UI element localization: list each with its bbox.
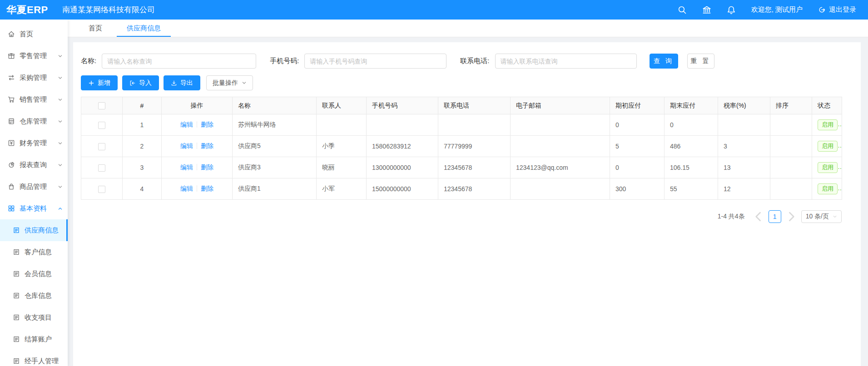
cell-end: 486 [665, 136, 718, 157]
cell-index: 4 [123, 178, 162, 200]
doc-icon [13, 357, 20, 365]
chevron-down-icon [58, 119, 63, 124]
search-input-2[interactable] [304, 54, 446, 69]
reset-button[interactable]: 重 置 [687, 54, 714, 69]
pagination-prev-button[interactable] [752, 210, 765, 223]
row-checkbox[interactable] [98, 122, 105, 129]
delete-link[interactable]: 删除 [201, 163, 213, 171]
tab-首页[interactable]: 首页 [79, 20, 112, 37]
cell-email [511, 136, 610, 157]
cell-contact [317, 114, 367, 136]
chevron-down-icon [58, 97, 63, 102]
import-button-label: 导入 [139, 79, 152, 87]
search-input-3[interactable] [495, 54, 637, 69]
doc-icon [13, 292, 20, 299]
page-size-select[interactable]: 10 条/页 [801, 210, 842, 223]
logout-label: 退出登录 [829, 5, 856, 14]
cell-tel: 12345678 [438, 178, 511, 200]
bank-icon[interactable] [702, 5, 711, 15]
sidebar-item-label: 零售管理 [20, 52, 47, 60]
sidebar-item-首页[interactable]: 首页 [0, 23, 68, 45]
sidebar-item-零售管理[interactable]: 零售管理 [0, 45, 68, 67]
cell-tel: 77779999 [438, 136, 511, 157]
cell-email [511, 114, 610, 136]
import-icon [129, 80, 136, 86]
sidebar-item-label: 采购管理 [20, 74, 47, 82]
edit-link[interactable]: 编辑 [180, 142, 193, 149]
add-button[interactable]: 新增 [81, 75, 118, 90]
pagination-page-1[interactable]: 1 [769, 210, 781, 223]
cell-tax: 12 [718, 178, 770, 200]
app-logo[interactable]: 华夏ERP [0, 3, 56, 17]
cell-name: 供应商1 [233, 178, 317, 200]
sidebar-item-收支项目[interactable]: 收支项目 [0, 307, 68, 328]
sidebar-item-会员信息[interactable]: 会员信息 [0, 263, 68, 285]
sidebar-item-报表查询[interactable]: 报表查询 [0, 154, 68, 176]
sidebar-item-仓库管理[interactable]: 仓库管理 [0, 110, 68, 132]
search-form: 名称:手机号码:联系电话:查 询重 置 [81, 54, 853, 69]
delete-link[interactable]: 删除 [201, 142, 213, 149]
edit-link[interactable]: 编辑 [180, 185, 193, 192]
row-checkbox[interactable] [98, 164, 105, 172]
pie-icon [8, 161, 15, 168]
sidebar-item-客户信息[interactable]: 客户信息 [0, 241, 68, 263]
cell-sort [770, 114, 812, 136]
cell-email [511, 178, 610, 200]
column-header-期末应付: 期末应付 [665, 97, 718, 114]
table-row: 1编辑删除苏州蜗牛网络00启用 [81, 114, 842, 136]
tab-bar: 首页供应商信息 [68, 20, 868, 37]
chevron-right-icon [785, 210, 798, 223]
cell-actions: 编辑删除 [162, 114, 233, 136]
chevron-down-icon [242, 80, 247, 85]
edit-link[interactable]: 编辑 [180, 163, 193, 171]
search-icon[interactable] [678, 5, 687, 15]
action-toolbar: 新增 导入 导出 批量操作 [81, 75, 853, 90]
sidebar-item-财务管理[interactable]: 财务管理 [0, 132, 68, 154]
sidebar-item-经手人管理[interactable]: 经手人管理 [0, 350, 68, 366]
sidebar-item-仓库信息[interactable]: 仓库信息 [0, 285, 68, 307]
tab-供应商信息[interactable]: 供应商信息 [117, 20, 171, 37]
import-button[interactable]: 导入 [122, 75, 159, 90]
top-right-actions: 欢迎您, 测试用户 退出登录 [678, 5, 868, 15]
home-icon [8, 30, 15, 38]
search-input-1[interactable] [102, 54, 256, 69]
delete-link[interactable]: 删除 [201, 121, 213, 128]
welcome-user[interactable]: 欢迎您, 测试用户 [751, 5, 803, 14]
sidebar-item-销售管理[interactable]: 销售管理 [0, 89, 68, 110]
sidebar-item-label: 供应商信息 [25, 226, 59, 235]
logout-button[interactable]: 退出登录 [818, 5, 856, 14]
chevron-down-icon [58, 163, 63, 168]
query-button[interactable]: 查 询 [650, 54, 678, 69]
column-header-手机号码: 手机号码 [367, 97, 438, 114]
sidebar-item-采购管理[interactable]: 采购管理 [0, 67, 68, 89]
delete-link[interactable]: 删除 [201, 185, 213, 192]
cell-contact: 小军 [317, 178, 367, 200]
row-checkbox[interactable] [98, 186, 105, 193]
cell-sort [770, 178, 812, 200]
sidebar-item-供应商信息[interactable]: 供应商信息 [0, 219, 68, 241]
search-field-label: 手机号码: [270, 57, 299, 65]
row-checkbox[interactable] [98, 143, 105, 150]
status-badge: 启用 [818, 141, 838, 152]
cell-tax: 3 [718, 136, 770, 157]
page-size-value: 10 条/页 [806, 213, 829, 221]
edit-link[interactable]: 编辑 [180, 121, 193, 128]
batch-actions-dropdown[interactable]: 批量操作 [206, 75, 253, 90]
sidebar-item-label: 销售管理 [20, 95, 47, 104]
cell-actions: 编辑删除 [162, 157, 233, 178]
cell-sort [770, 136, 812, 157]
sidebar-item-基本资料[interactable]: 基本资料 [0, 198, 68, 219]
pagination-next-button[interactable] [785, 210, 798, 223]
sidebar-item-结算账户[interactable]: 结算账户 [0, 328, 68, 350]
cell-contact: 小季 [317, 136, 367, 157]
column-header-操作: 操作 [162, 97, 233, 114]
storage-icon [8, 118, 15, 125]
sidebar-item-商品管理[interactable]: 商品管理 [0, 176, 68, 198]
status-badge: 启用 [818, 119, 838, 130]
action-divider [197, 121, 197, 128]
cell-email: 1234123@qq.com [511, 157, 610, 178]
export-button[interactable]: 导出 [164, 75, 200, 90]
cell-end: 55 [665, 178, 718, 200]
bell-icon[interactable] [727, 5, 736, 15]
select-all-checkbox[interactable] [98, 102, 105, 109]
